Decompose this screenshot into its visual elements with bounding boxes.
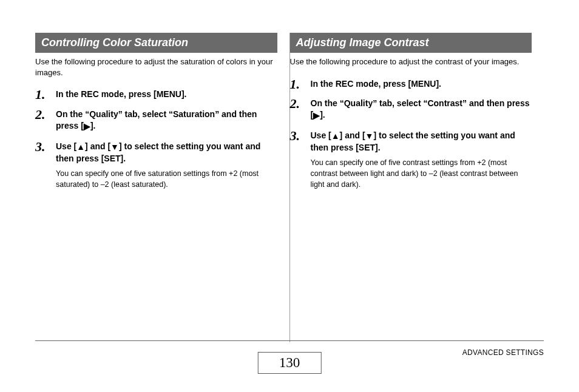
two-column-layout: Controlling Color Saturation Use the fol… [35,33,544,342]
step-text: Use [▲] and [▼] to select the setting yo… [56,141,277,164]
step-text: In the REC mode, press [MENU]. [56,89,277,100]
step-item: Use [▲] and [▼] to select the setting yo… [35,141,277,190]
footer-rule [35,340,544,341]
step-note: You can specify one of five contrast set… [311,157,532,190]
step-text-part: ] and [ [340,130,365,140]
step-item: In the REC mode, press [MENU]. [290,78,532,90]
step-text-part: Use [ [311,130,331,140]
section-heading-saturation: Controlling Color Saturation [35,33,277,53]
step-text-part: ]. [90,121,96,130]
manual-page: Controlling Color Saturation Use the fol… [0,0,579,392]
step-text: On the “Quality” tab, select “Contrast” … [311,98,532,121]
step-text: In the REC mode, press [MENU]. [311,78,532,90]
section-heading-contrast: Adjusting Image Contrast [290,33,532,53]
steps-list: In the REC mode, press [MENU]. On the “Q… [290,78,532,191]
step-text: Use [▲] and [▼] to select the setting yo… [311,130,532,154]
down-arrow-icon: ▼ [365,130,374,142]
up-arrow-icon: ▲ [76,141,85,153]
step-text-part: Use [ [56,141,76,151]
step-item: On the “Quality” tab, select “Saturation… [35,109,277,132]
step-text-part: ] and [ [85,141,110,151]
right-column: Adjusting Image Contrast Use the followi… [290,33,544,342]
left-column: Controlling Color Saturation Use the fol… [35,33,290,342]
step-note: You can specify one of five saturation s… [56,168,277,190]
intro-text: Use the following procedure to adjust th… [35,56,277,78]
up-arrow-icon: ▲ [331,130,340,142]
step-item: In the REC mode, press [MENU]. [35,89,277,100]
step-text-part: ]. [320,110,325,120]
steps-list: In the REC mode, press [MENU]. On the “Q… [35,89,277,190]
intro-text: Use the following procedure to adjust th… [290,56,532,67]
step-text-part: On the “Quality” tab, select “Contrast” … [311,98,530,120]
step-item: On the “Quality” tab, select “Contrast” … [290,98,532,121]
footer-section-label: ADVANCED SETTINGS [462,348,544,357]
down-arrow-icon: ▼ [110,141,119,153]
right-arrow-icon: ▶ [84,121,90,132]
page-number: 130 [258,352,322,374]
step-text: On the “Quality” tab, select “Saturation… [56,109,277,132]
step-item: Use [▲] and [▼] to select the setting yo… [290,130,532,190]
right-arrow-icon: ▶ [313,110,320,121]
